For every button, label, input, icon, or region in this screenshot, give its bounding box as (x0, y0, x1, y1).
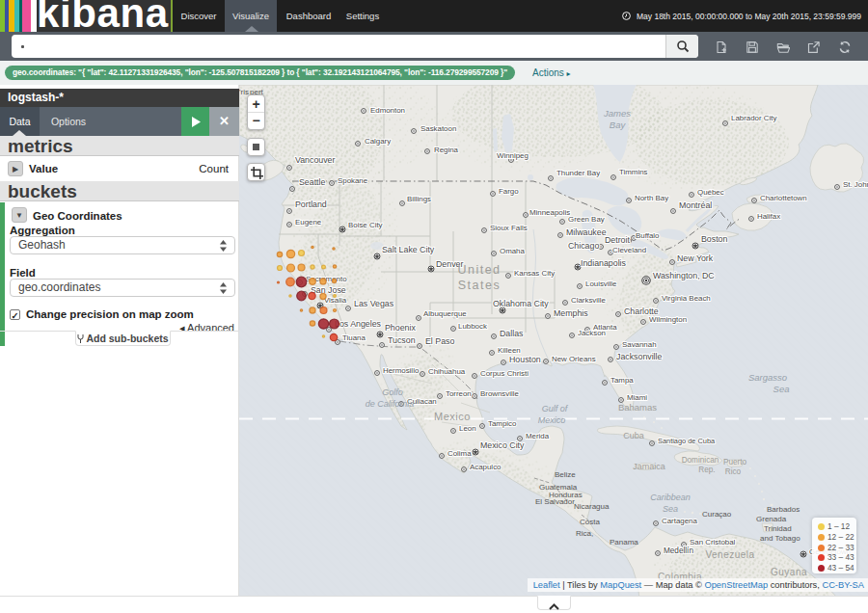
svg-text:Edmonton: Edmonton (370, 106, 405, 115)
svg-text:Tampa: Tampa (610, 376, 634, 385)
svg-text:Dallas: Dallas (500, 329, 524, 338)
svg-text:Lubbock: Lubbock (458, 322, 487, 331)
svg-text:Washington, DC: Washington, DC (653, 271, 715, 280)
svg-text:St. John: St. John (843, 180, 868, 189)
svg-text:Tucson: Tucson (388, 335, 416, 345)
svg-text:Labrador City: Labrador City (731, 114, 776, 122)
svg-text:North Bay: North Bay (635, 194, 668, 202)
svg-text:Trinidad: Trinidad (764, 524, 792, 533)
svg-text:Albuquerque: Albuquerque (423, 309, 467, 318)
svg-text:Memphis: Memphis (554, 308, 588, 318)
svg-text:and Tobago: and Tobago (760, 534, 800, 543)
svg-text:Venezuela: Venezuela (705, 549, 754, 560)
svg-text:San Cristobal: San Cristobal (690, 538, 736, 546)
svg-text:Kansas City: Kansas City (514, 269, 555, 278)
svg-text:Costa: Costa (580, 518, 600, 526)
svg-text:Charlottetown: Charlottetown (760, 194, 807, 202)
svg-text:Jamaica: Jamaica (633, 462, 665, 471)
svg-text:Los Angeles: Los Angeles (335, 319, 382, 329)
svg-text:Rica,: Rica, (576, 529, 593, 538)
svg-text:Chihuahua: Chihuahua (428, 367, 466, 376)
svg-text:Saskatoon: Saskatoon (420, 124, 456, 133)
svg-text:Green Bay: Green Bay (568, 215, 605, 224)
svg-text:Barbados: Barbados (767, 505, 800, 514)
svg-text:Jackson: Jackson (578, 329, 606, 337)
svg-text:Guyana: Guyana (771, 567, 807, 577)
svg-text:San Jose: San Jose (311, 285, 346, 295)
svg-text:Phoenix: Phoenix (385, 323, 416, 333)
svg-text:Curaçao: Curaçao (702, 510, 732, 519)
svg-text:Cartagena: Cartagena (662, 517, 697, 525)
svg-text:Wilmington: Wilmington (649, 315, 687, 324)
svg-text:de California: de California (366, 399, 415, 409)
svg-text:Eugene: Eugene (295, 218, 322, 227)
svg-text:Santiago de Cuba: Santiago de Cuba (658, 437, 716, 445)
svg-text:Belize: Belize (555, 470, 576, 479)
svg-text:Vancouver: Vancouver (295, 155, 335, 165)
svg-text:Chicago: Chicago (568, 241, 599, 251)
svg-text:Detroit: Detroit (605, 235, 630, 245)
svg-text:Boston: Boston (701, 234, 727, 244)
svg-text:Killeen: Killeen (498, 346, 521, 355)
svg-text:New York: New York (677, 253, 714, 263)
svg-text:El Salvador: El Salvador (535, 497, 575, 506)
svg-text:Timmins: Timmins (619, 168, 648, 176)
svg-text:Salt Lake City: Salt Lake City (382, 245, 435, 254)
svg-text:Montréal: Montréal (679, 200, 712, 210)
svg-text:Winnipeg: Winnipeg (497, 151, 529, 160)
svg-text:Panama: Panama (610, 538, 638, 546)
svg-text:Savannah: Savannah (622, 340, 657, 349)
svg-text:Nicaragua: Nicaragua (574, 502, 610, 511)
svg-text:Tiuana: Tiuana (342, 333, 366, 342)
svg-text:Las Vegas: Las Vegas (354, 299, 394, 308)
svg-text:New Orleans: New Orleans (552, 355, 596, 363)
svg-text:Puerto: Puerto (723, 458, 747, 466)
svg-text:Cleveland: Cleveland (612, 246, 646, 254)
svg-text:Torreon: Torreon (446, 389, 472, 398)
svg-text:Corpus Christi: Corpus Christi (480, 369, 529, 378)
svg-text:Acapulco: Acapulco (470, 463, 502, 471)
svg-text:Golfo: Golfo (382, 387, 403, 397)
svg-text:Thunder Bay: Thunder Bay (556, 169, 600, 177)
svg-text:Jacksonville: Jacksonville (616, 352, 663, 361)
svg-text:Sea: Sea (663, 504, 678, 514)
svg-text:Québec: Québec (697, 188, 724, 197)
svg-text:Spokane: Spokane (338, 176, 368, 185)
svg-text:Minneapolis: Minneapolis (529, 208, 570, 217)
svg-text:Sargasso: Sargasso (748, 372, 787, 383)
svg-text:Houston: Houston (509, 355, 541, 364)
svg-text:Rep.: Rep. (698, 466, 715, 474)
svg-text:Seattle: Seattle (299, 177, 325, 187)
svg-text:Boise City: Boise City (348, 221, 383, 229)
svg-text:Bay: Bay (610, 120, 627, 130)
svg-text:Mexico: Mexico (434, 411, 471, 422)
svg-text:Sea: Sea (773, 384, 790, 394)
svg-text:Tampico: Tampico (488, 419, 517, 428)
svg-text:Caribbean: Caribbean (650, 493, 691, 502)
svg-text:Sioux Falls: Sioux Falls (490, 224, 528, 232)
svg-text:Rico: Rico (725, 467, 742, 476)
svg-text:Leon: Leon (459, 424, 476, 433)
svg-text:Milwaukee: Milwaukee (566, 227, 607, 237)
svg-text:Fargo: Fargo (499, 187, 519, 196)
svg-text:Merida: Merida (526, 432, 550, 440)
svg-text:Indianapolis: Indianapolis (581, 258, 627, 268)
svg-text:Clarksville: Clarksville (571, 296, 607, 305)
svg-text:Dominican: Dominican (682, 456, 719, 465)
svg-text:Mexico: Mexico (538, 415, 566, 425)
svg-text:Billings: Billings (407, 195, 431, 203)
svg-text:Virginia Beach: Virginia Beach (662, 294, 711, 303)
svg-text:Omaha: Omaha (500, 247, 525, 255)
svg-text:Cuba: Cuba (623, 431, 644, 440)
svg-text:Medellín: Medellín (664, 546, 693, 555)
svg-text:Bahamas: Bahamas (618, 402, 657, 413)
svg-text:Brownsville: Brownsville (480, 389, 520, 398)
svg-text:Louisville: Louisville (585, 280, 617, 288)
svg-text:Colima: Colima (448, 449, 472, 458)
svg-text:Oklahoma City: Oklahoma City (493, 299, 549, 308)
svg-text:Miami: Miami (627, 393, 647, 402)
svg-text:United: United (457, 263, 501, 277)
svg-text:Regina: Regina (434, 146, 459, 154)
svg-text:Gulf of: Gulf of (542, 404, 569, 413)
svg-text:Portland: Portland (295, 200, 327, 209)
